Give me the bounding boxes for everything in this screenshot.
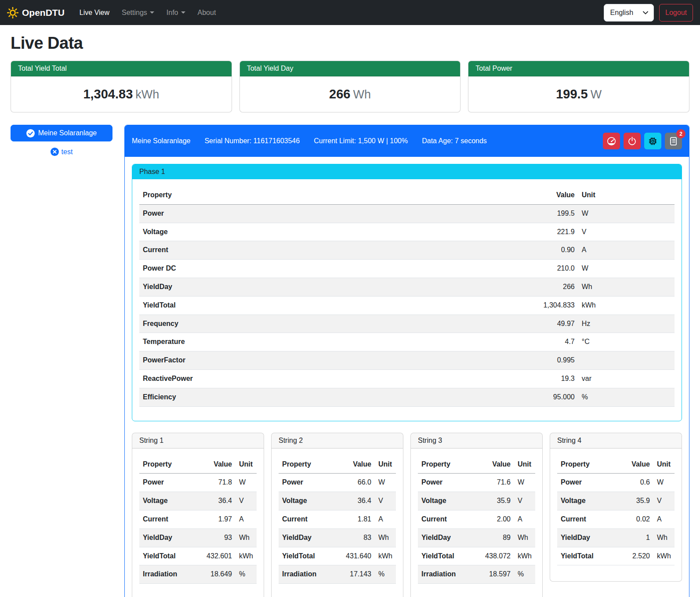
speedometer-icon	[607, 137, 616, 146]
string-table: Property Value Unit Power66.0WVoltage36.…	[279, 456, 396, 584]
unit-cell: V	[375, 492, 396, 510]
property-cell: Frequency	[139, 315, 461, 333]
table-row: YieldTotal432.601kWh	[139, 547, 257, 565]
value-cell: 1.97	[203, 510, 236, 528]
brand-label: OpenDTU	[22, 7, 65, 18]
language-select[interactable]: English	[604, 4, 654, 22]
property-cell: Current	[279, 510, 342, 528]
column-header-property: Property	[139, 456, 203, 474]
value-cell: 0.02	[627, 510, 653, 528]
table-row: Frequency49.97Hz	[139, 315, 675, 333]
unit-cell: kWh	[236, 547, 257, 565]
table-row: Power71.6W	[418, 474, 535, 492]
power-button[interactable]	[624, 133, 641, 149]
nav-links: Live View Settings Info About	[75, 5, 221, 20]
string-table-head: Property Value Unit	[139, 456, 257, 474]
unit-cell: %	[375, 565, 396, 584]
event-log-button[interactable]: 2	[665, 133, 682, 149]
unit-cell: A	[653, 510, 675, 528]
table-row: PowerFactor0.995	[139, 351, 675, 370]
nav-item-label: Live View	[80, 9, 109, 17]
sidebar-item-test[interactable]: test	[11, 148, 112, 156]
column-header-property: Property	[418, 456, 482, 474]
table-row: Temperature4.7°C	[139, 333, 675, 351]
unit-cell: W	[653, 474, 675, 492]
brand[interactable]: OpenDTU	[7, 7, 65, 18]
value-cell: 266	[461, 278, 578, 296]
string-card-3: String 3 Property Value Unit	[410, 433, 543, 597]
navbar-right: English Logout	[604, 4, 693, 22]
column-header-unit: Unit	[375, 456, 396, 474]
value-cell: 83	[342, 528, 375, 547]
value-cell: 4.7	[461, 333, 578, 351]
column-header-value: Value	[461, 186, 578, 204]
nav-item-about[interactable]: About	[193, 5, 221, 20]
property-cell: YieldDay	[139, 528, 203, 547]
value-cell: 95.000	[461, 388, 578, 406]
unit-cell: W	[514, 474, 535, 492]
value-cell: 0.90	[461, 241, 578, 260]
logout-button[interactable]: Logout	[659, 4, 693, 22]
summary-card-body: 266Wh	[240, 76, 461, 112]
phase-card: Phase 1 Property Value Unit Power199.5WV…	[132, 164, 682, 421]
table-header-row: Property Value Unit	[557, 456, 675, 474]
unit-cell: W	[236, 474, 257, 492]
unit-cell: %	[514, 565, 535, 584]
column-header-unit: Unit	[653, 456, 675, 474]
summary-value: 1,304.83	[83, 87, 133, 101]
table-row: Power DC210.0W	[139, 260, 675, 278]
property-cell: Voltage	[557, 492, 627, 510]
unit-cell: V	[236, 492, 257, 510]
table-row: Current2.00A	[418, 510, 535, 528]
value-cell: 49.97	[461, 315, 578, 333]
value-cell: 431.640	[342, 547, 375, 565]
nav-item-label: Settings	[122, 9, 147, 17]
value-cell: 2.520	[627, 547, 653, 565]
property-cell: PowerFactor	[139, 351, 461, 370]
inverter-serial: Serial Number: 116171603546	[204, 137, 300, 145]
nav-item-live-view[interactable]: Live View	[75, 5, 114, 20]
inverter-select-button[interactable]: Meine Solaranlage	[11, 125, 112, 141]
property-cell: YieldDay	[139, 278, 461, 296]
unit-cell: kWh	[375, 547, 396, 565]
string-card-title: String 2	[272, 433, 403, 449]
property-cell: YieldDay	[557, 528, 627, 547]
table-row: Irradiation18.597%	[418, 565, 535, 584]
string-table: Property Value Unit Power0.6WVoltage35.9…	[557, 456, 675, 566]
column-header-value: Value	[203, 456, 236, 474]
property-cell: Power	[139, 474, 203, 492]
caret-down-icon	[150, 11, 154, 14]
limit-settings-button[interactable]	[603, 133, 620, 149]
nav-item-info[interactable]: Info	[162, 5, 190, 20]
property-cell: Voltage	[279, 492, 342, 510]
string-card-body: Property Value Unit Power71.6WVoltage35.…	[411, 449, 542, 597]
inverter-panel-header: Meine Solaranlage Serial Number: 1161716…	[125, 125, 689, 157]
summary-card-total-power: Total Power 199.5W	[468, 61, 689, 112]
device-info-button[interactable]	[644, 133, 661, 149]
unit-cell: °C	[578, 333, 675, 351]
table-row: YieldTotal438.072kWh	[418, 547, 535, 565]
property-cell: Voltage	[139, 223, 461, 241]
string-table: Property Value Unit Power71.6WVoltage35.…	[418, 456, 535, 584]
event-count-badge: 2	[676, 129, 685, 138]
phase-card-body: Property Value Unit Power199.5WVoltage22…	[132, 179, 682, 421]
unit-cell: Wh	[653, 528, 675, 547]
column-header-property: Property	[139, 186, 461, 204]
table-row: YieldTotal431.640kWh	[279, 547, 396, 565]
value-cell: 438.072	[482, 547, 514, 565]
phase-table: Property Value Unit Power199.5WVoltage22…	[139, 186, 675, 407]
summary-card-total-yield-day: Total Yield Day 266Wh	[239, 61, 461, 112]
value-cell: 36.4	[342, 492, 375, 510]
property-cell: Current	[139, 510, 203, 528]
nav-item-settings[interactable]: Settings	[117, 5, 159, 20]
string-card-title: String 1	[132, 433, 264, 449]
property-cell: Current	[418, 510, 482, 528]
language-selected-value: English	[610, 9, 633, 17]
string-card-body: Property Value Unit Power0.6WVoltage35.9…	[550, 449, 682, 582]
table-header-row: Property Value Unit	[139, 186, 675, 204]
table-row: Voltage36.4V	[279, 492, 396, 510]
unit-cell: W	[375, 474, 396, 492]
property-cell: Irradiation	[418, 565, 482, 584]
string-card-4: String 4 Property Value Unit	[550, 433, 682, 582]
summary-unit: W	[591, 88, 602, 101]
